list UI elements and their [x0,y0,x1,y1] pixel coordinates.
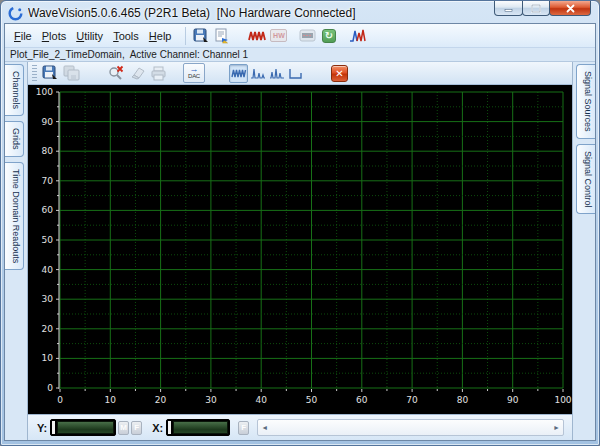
svg-text:90: 90 [507,395,519,405]
save-all-icon[interactable] [62,64,81,82]
svg-text:100: 100 [36,87,53,97]
maximize-button[interactable] [522,1,550,16]
svg-text:90: 90 [42,117,54,127]
fft-view-button[interactable] [248,64,267,83]
x-readout-value [173,421,228,434]
svg-text:0: 0 [57,395,63,405]
export-report-icon[interactable] [213,27,232,45]
plot-status-text: Plot_File_2_TimeDomain, Active Channel: … [5,48,595,62]
menubar: File Plots Utility Tools Help HW [5,24,595,48]
tab-grids[interactable]: Grids [5,121,24,157]
refresh-icon[interactable]: ↻ [319,27,338,45]
print-icon[interactable] [149,64,168,82]
y-readout-value [57,421,114,434]
svg-text:40: 40 [255,395,267,405]
signal-waves-icon[interactable] [248,27,267,45]
svg-text:30: 30 [205,395,217,405]
time-domain-view-button[interactable] [229,64,248,83]
svg-text:20: 20 [42,324,54,334]
menu-utility[interactable]: Utility [71,27,108,45]
hardware-icon[interactable]: HW [269,27,288,45]
tab-time-domain-readouts[interactable]: Time Domain Readouts [5,162,24,270]
maximize-icon [531,4,541,13]
svg-text:70: 70 [42,176,54,186]
y-f-button[interactable]: F [131,421,142,435]
right-tab-strip: Signal Sources Signal Control [573,62,595,440]
dac-arrow-icon: → [190,66,199,73]
svg-text:60: 60 [356,395,368,405]
step-view-button[interactable] [286,64,305,83]
menu-file[interactable]: File [9,27,37,45]
save-capture-icon[interactable] [192,27,211,45]
histogram-icon [269,67,285,80]
workspace: Channels Grids Time Domain Readouts [5,62,595,440]
toolbar-grip[interactable] [32,65,37,81]
hw-label: HW [270,29,287,42]
histogram-view-button[interactable] [267,64,286,83]
dac-button[interactable]: → DAC [183,63,205,83]
app-icon [8,6,23,21]
svg-text:20: 20 [155,395,167,405]
svg-text:80: 80 [457,395,469,405]
x-readout-label: X: [152,422,163,434]
menu-plots[interactable]: Plots [37,27,71,45]
svg-text:0: 0 [47,383,53,393]
tab-signal-sources[interactable]: Signal Sources [576,64,595,139]
x-readout-display [166,419,230,436]
plot-panel: → DAC ✕ [27,62,573,440]
sine-wave-icon [231,67,247,80]
scroll-left-icon[interactable]: ◄ [261,420,268,435]
erase-icon[interactable] [128,64,147,82]
toolbar-separator [185,27,186,45]
titlebar[interactable]: WaveVision5.0.6.465 (P2R1 Beta) [No Hard… [1,1,599,23]
window-controls [495,1,591,16]
minimize-button[interactable] [494,1,523,16]
client-area: File Plots Utility Tools Help HW [4,23,596,441]
analysis-icon[interactable] [348,27,367,45]
x-f-button[interactable]: F [238,421,249,435]
svg-text:10: 10 [42,353,54,363]
plot-toolbar: → DAC ✕ [28,62,572,85]
y-readout-display [50,419,116,436]
save-plot-icon[interactable] [41,64,60,82]
svg-text:100: 100 [554,395,571,405]
svg-text:70: 70 [406,395,418,405]
lcd-strip [52,421,55,434]
dac-label: DAC [188,73,200,80]
spectrum-icon [250,67,266,80]
svg-text:50: 50 [42,235,54,245]
svg-text:10: 10 [105,395,117,405]
window-title: WaveVision5.0.6.465 (P2R1 Beta) [No Hard… [28,6,356,20]
menu-help[interactable]: Help [144,27,177,45]
step-icon [288,67,304,80]
tab-signal-control[interactable]: Signal Control [576,144,595,215]
y-m-button[interactable]: M [118,421,129,435]
readout-bar: Y: M F X: F ◄ ► [28,414,572,440]
lcd-strip [168,421,171,434]
menu-tools[interactable]: Tools [108,27,144,45]
left-tab-strip: Channels Grids Time Domain Readouts [5,62,27,440]
close-button[interactable] [549,1,591,16]
svg-text:60: 60 [42,205,54,215]
close-plot-button[interactable]: ✕ [331,65,348,82]
app-window: WaveVision5.0.6.465 (P2R1 Beta) [No Hard… [0,0,600,446]
capture-settings-icon[interactable] [298,27,317,45]
y-readout-label: Y: [37,422,47,434]
minimize-icon [504,4,513,13]
svg-text:80: 80 [42,146,54,156]
svg-text:50: 50 [306,395,318,405]
waveform-chart: 0102030405060708090100010203040506070809… [28,85,572,414]
plot-area[interactable]: 0102030405060708090100010203040506070809… [28,85,572,414]
close-icon [566,4,575,13]
zoom-cancel-icon[interactable] [107,64,126,82]
svg-text:40: 40 [42,265,54,275]
svg-text:30: 30 [42,294,54,304]
plot-horizontal-scrollbar[interactable]: ◄ ► [257,419,564,436]
refresh-glyph: ↻ [322,29,336,43]
tab-channels[interactable]: Channels [5,64,24,116]
scroll-right-icon[interactable]: ► [553,420,560,435]
